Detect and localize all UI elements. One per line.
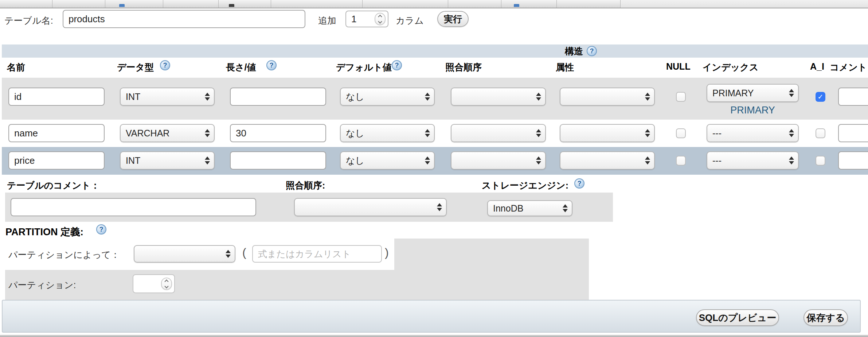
select-arrows-icon <box>425 156 430 164</box>
storage-engine-select[interactable]: InnoDB <box>487 200 572 216</box>
partition-count-label: パーティション: <box>8 279 76 291</box>
ai-checkbox[interactable] <box>816 156 825 166</box>
column-type-select[interactable]: INT <box>120 151 215 170</box>
partition-help-icon[interactable]: ? <box>96 224 106 235</box>
select-arrows-icon <box>645 93 650 101</box>
length-help-icon[interactable]: ? <box>266 60 277 70</box>
table-name-input[interactable] <box>63 10 305 28</box>
column-name-input[interactable] <box>8 124 105 142</box>
column-length-input[interactable] <box>230 124 326 142</box>
top-tab[interactable] <box>557 0 621 8</box>
select-arrows-icon <box>536 93 541 101</box>
stepper-icon[interactable] <box>375 13 386 25</box>
table-comment-input[interactable] <box>11 198 256 216</box>
table-name-label: テーブル名: <box>4 15 53 27</box>
null-checkbox[interactable] <box>676 156 686 166</box>
header-attributes: 属性 <box>556 61 574 73</box>
select-arrows-icon <box>789 129 794 137</box>
select-arrows-icon <box>563 204 568 212</box>
column-comment-input[interactable] <box>838 88 868 106</box>
column-type-select[interactable]: INT <box>120 88 215 106</box>
engine-help-icon[interactable]: ? <box>574 178 584 189</box>
partition-by-select[interactable] <box>134 245 235 263</box>
column-attributes-select[interactable] <box>560 88 655 106</box>
table-collation-select[interactable] <box>294 198 447 216</box>
partition-title: PARTITION 定義: <box>5 225 83 239</box>
top-tab[interactable] <box>448 0 501 8</box>
ai-checkbox[interactable] <box>816 128 825 138</box>
column-collation-select[interactable] <box>451 124 546 142</box>
default-help-icon[interactable]: ? <box>392 60 402 70</box>
partition-by-label: パーティションによって： <box>8 249 120 261</box>
top-tab[interactable] <box>363 0 448 8</box>
columns-label: カラム <box>396 15 424 27</box>
column-name-input[interactable] <box>8 88 105 106</box>
select-arrows-icon <box>205 129 210 137</box>
add-columns-count-input[interactable]: 1 <box>345 11 388 27</box>
column-comment-input[interactable] <box>838 124 868 142</box>
select-arrows-icon <box>789 89 794 97</box>
column-length-input[interactable] <box>230 151 326 170</box>
select-arrows-icon <box>205 93 210 101</box>
column-collation-select[interactable] <box>451 88 546 106</box>
ai-checkbox[interactable]: ✓ <box>816 92 825 102</box>
select-arrows-icon <box>425 93 430 101</box>
top-tab[interactable] <box>219 0 271 8</box>
null-checkbox[interactable] <box>676 128 686 138</box>
column-default-select[interactable]: なし <box>340 88 435 106</box>
header-comments: コメント <box>830 61 867 73</box>
top-tab[interactable] <box>0 0 52 8</box>
sql-preview-button[interactable]: SQLのプレビュー <box>696 309 779 326</box>
table-collation-label: 照合順序: <box>286 179 325 191</box>
select-arrows-icon <box>437 203 442 211</box>
header-null: NULL <box>666 61 691 72</box>
structure-band: 構造 ? <box>2 44 868 58</box>
index-select[interactable]: --- <box>707 124 799 142</box>
column-default-select[interactable]: なし <box>340 151 435 170</box>
column-comment-input[interactable] <box>838 151 868 170</box>
top-tab[interactable] <box>271 0 363 8</box>
add-columns-label: 追加 <box>318 15 336 27</box>
go-button[interactable]: 実行 <box>437 11 469 27</box>
column-attributes-select[interactable] <box>560 151 655 170</box>
top-tab[interactable] <box>501 0 557 8</box>
column-attributes-select[interactable] <box>560 124 655 142</box>
type-help-icon[interactable]: ? <box>160 60 170 70</box>
save-button[interactable]: 保存する <box>804 309 848 326</box>
select-arrows-icon <box>536 129 541 137</box>
column-collation-select[interactable] <box>451 151 546 170</box>
index-select[interactable]: PRIMARY <box>707 84 799 102</box>
tab-icon <box>229 4 234 7</box>
header-name: 名前 <box>7 61 25 73</box>
header-ai: A_I <box>810 61 824 72</box>
close-paren: ) <box>385 246 389 259</box>
top-tab[interactable] <box>52 0 105 8</box>
structure-help-icon[interactable]: ? <box>587 46 597 56</box>
storage-engine-label: ストレージエンジン: <box>482 179 568 191</box>
structure-title: 構造 <box>565 45 583 57</box>
top-tab[interactable] <box>105 0 163 8</box>
header-length: 長さ/値 <box>226 61 256 73</box>
select-arrows-icon <box>536 156 541 164</box>
column-default-select[interactable]: なし <box>340 124 435 142</box>
select-arrows-icon <box>205 156 210 164</box>
index-select[interactable]: --- <box>707 151 799 170</box>
top-tab-bar <box>0 0 868 8</box>
column-length-input[interactable] <box>230 88 326 106</box>
header-index: インデックス <box>703 61 759 73</box>
header-collation: 照合順序 <box>445 61 482 73</box>
tab-icon <box>514 4 519 7</box>
stepper-icon[interactable] <box>161 278 172 290</box>
partition-count-input[interactable] <box>133 274 175 293</box>
select-arrows-icon <box>645 129 650 137</box>
tab-bar-filler <box>621 0 868 8</box>
add-columns-count-value: 1 <box>346 13 375 25</box>
top-tab[interactable] <box>163 0 219 8</box>
open-paren: ( <box>242 246 246 259</box>
select-arrows-icon <box>226 250 231 258</box>
partition-expression-input[interactable] <box>252 245 382 263</box>
primary-index-link[interactable]: PRIMARY <box>707 105 799 116</box>
null-checkbox[interactable] <box>676 92 686 102</box>
column-name-input[interactable] <box>8 151 105 170</box>
column-type-select[interactable]: VARCHAR <box>120 124 215 142</box>
